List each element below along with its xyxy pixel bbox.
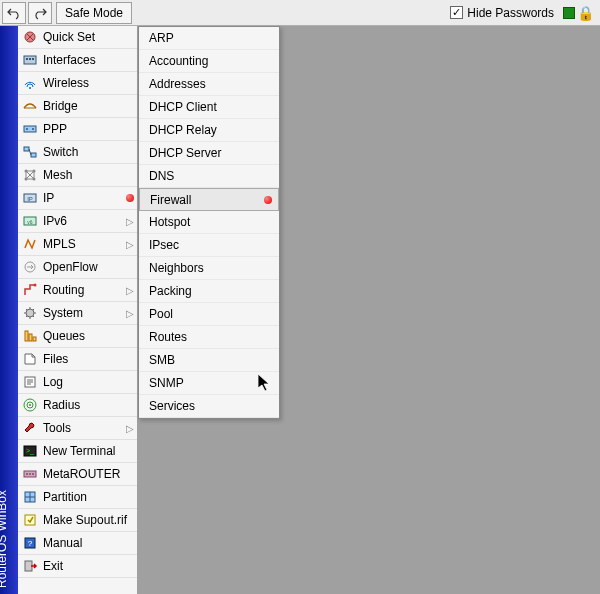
- ppp-icon: [22, 121, 38, 137]
- svg-point-38: [32, 473, 34, 475]
- redo-button[interactable]: [28, 2, 52, 24]
- lock-icon: 🔒: [577, 5, 594, 21]
- sidebar-item-ip[interactable]: IPIP: [18, 187, 137, 210]
- sidebar-item-ppp[interactable]: PPP: [18, 118, 137, 141]
- svg-rect-24: [29, 334, 32, 341]
- sidebar-item-ipv6[interactable]: v6IPv6▷: [18, 210, 137, 233]
- sidebar-item-files[interactable]: Files: [18, 348, 137, 371]
- hide-passwords-toggle[interactable]: ✓ Hide Passwords: [450, 6, 554, 20]
- sidebar-item-mpls[interactable]: MPLS▷: [18, 233, 137, 256]
- submenu-item-firewall[interactable]: Firewall: [139, 188, 279, 211]
- undo-button[interactable]: [2, 2, 26, 24]
- submenu-item-label: Routes: [149, 330, 273, 344]
- sidebar-item-routing[interactable]: Routing▷: [18, 279, 137, 302]
- submenu-item-label: ARP: [149, 31, 273, 45]
- sidebar-item-label: Switch: [43, 145, 134, 159]
- supout-icon: [22, 512, 38, 528]
- submenu-item-addresses[interactable]: Addresses: [139, 73, 279, 96]
- sidebar-item-tools[interactable]: Tools▷: [18, 417, 137, 440]
- submenu-item-smb[interactable]: SMB: [139, 349, 279, 372]
- submenu-item-dhcp-relay[interactable]: DHCP Relay: [139, 119, 279, 142]
- submenu-item-dns[interactable]: DNS: [139, 165, 279, 188]
- sidebar-item-queues[interactable]: Queues: [18, 325, 137, 348]
- workspace: ARPAccountingAddressesDHCP ClientDHCP Re…: [138, 26, 600, 594]
- submenu-item-label: Packing: [149, 284, 273, 298]
- submenu-item-arp[interactable]: ARP: [139, 27, 279, 50]
- checkbox-checked-icon: ✓: [450, 6, 463, 19]
- sidebar-item-radius[interactable]: Radius: [18, 394, 137, 417]
- manual-icon: ?: [22, 535, 38, 551]
- toolbar: Safe Mode ✓ Hide Passwords 🔒: [0, 0, 600, 26]
- svg-rect-10: [24, 147, 29, 151]
- bridge-icon: [22, 98, 38, 114]
- submenu-item-label: SNMP: [149, 376, 273, 390]
- sidebar-item-wireless[interactable]: Wireless: [18, 72, 137, 95]
- safe-mode-button[interactable]: Safe Mode: [56, 2, 132, 24]
- sidebar-item-label: System: [43, 306, 126, 320]
- submenu-item-dhcp-server[interactable]: DHCP Server: [139, 142, 279, 165]
- svg-point-22: [26, 309, 34, 317]
- sidebar-item-label: IP: [43, 191, 126, 205]
- submenu-arrow-icon: ▷: [126, 308, 134, 319]
- svg-rect-25: [33, 337, 36, 341]
- sidebar-item-manual[interactable]: ?Manual: [18, 532, 137, 555]
- sidebar-item-mesh[interactable]: Mesh: [18, 164, 137, 187]
- svg-point-32: [29, 404, 31, 406]
- sidebar-item-label: Log: [43, 375, 134, 389]
- interfaces-icon: [22, 52, 38, 68]
- submenu-item-packing[interactable]: Packing: [139, 280, 279, 303]
- svg-text:>_: >_: [26, 447, 34, 455]
- sidebar-item-new-terminal[interactable]: >_New Terminal: [18, 440, 137, 463]
- sidebar-item-label: Quick Set: [43, 30, 134, 44]
- submenu-item-label: SMB: [149, 353, 273, 367]
- sidebar-item-label: Mesh: [43, 168, 134, 182]
- sidebar-item-exit[interactable]: Exit: [18, 555, 137, 578]
- sidebar-item-log[interactable]: Log: [18, 371, 137, 394]
- submenu-item-hotspot[interactable]: Hotspot: [139, 211, 279, 234]
- active-dot-icon: [126, 194, 134, 202]
- svg-rect-4: [32, 58, 34, 60]
- exit-icon: [22, 558, 38, 574]
- sidebar-item-switch[interactable]: Switch: [18, 141, 137, 164]
- svg-text:?: ?: [28, 539, 33, 548]
- sidebar-item-label: MPLS: [43, 237, 126, 251]
- sidebar-item-label: Radius: [43, 398, 134, 412]
- submenu-item-label: Firewall: [150, 193, 264, 207]
- openflow-icon: [22, 259, 38, 275]
- hide-passwords-label: Hide Passwords: [467, 6, 554, 20]
- files-icon: [22, 351, 38, 367]
- svg-rect-42: [25, 515, 35, 525]
- sidebar-item-label: Manual: [43, 536, 134, 550]
- sidebar-item-label: IPv6: [43, 214, 126, 228]
- submenu-item-label: Accounting: [149, 54, 273, 68]
- submenu-item-label: DHCP Relay: [149, 123, 273, 137]
- terminal-icon: >_: [22, 443, 38, 459]
- sidebar-item-label: Exit: [43, 559, 134, 573]
- svg-text:IP: IP: [27, 196, 33, 202]
- submenu-item-routes[interactable]: Routes: [139, 326, 279, 349]
- submenu-item-label: Pool: [149, 307, 273, 321]
- sidebar-item-partition[interactable]: Partition: [18, 486, 137, 509]
- submenu-item-accounting[interactable]: Accounting: [139, 50, 279, 73]
- sidebar-item-label: New Terminal: [43, 444, 134, 458]
- sidebar-item-system[interactable]: System▷: [18, 302, 137, 325]
- submenu-item-ipsec[interactable]: IPsec: [139, 234, 279, 257]
- submenu-item-snmp[interactable]: SNMP: [139, 372, 279, 395]
- submenu-item-pool[interactable]: Pool: [139, 303, 279, 326]
- mpls-icon: [22, 236, 38, 252]
- submenu-item-label: IPsec: [149, 238, 273, 252]
- submenu-arrow-icon: ▷: [126, 216, 134, 227]
- sidebar-item-quick-set[interactable]: Quick Set: [18, 26, 137, 49]
- submenu-item-dhcp-client[interactable]: DHCP Client: [139, 96, 279, 119]
- sidebar-item-bridge[interactable]: Bridge: [18, 95, 137, 118]
- svg-point-8: [26, 128, 28, 130]
- sidebar-item-metarouter[interactable]: MetaROUTER: [18, 463, 137, 486]
- wireless-icon: [22, 75, 38, 91]
- sidebar-item-interfaces[interactable]: Interfaces: [18, 49, 137, 72]
- submenu-item-neighbors[interactable]: Neighbors: [139, 257, 279, 280]
- sidebar-item-make-supout.rif[interactable]: Make Supout.rif: [18, 509, 137, 532]
- submenu-item-services[interactable]: Services: [139, 395, 279, 418]
- system-icon: [22, 305, 38, 321]
- title-strip: RouterOS WinBox: [0, 26, 18, 594]
- sidebar-item-openflow[interactable]: OpenFlow: [18, 256, 137, 279]
